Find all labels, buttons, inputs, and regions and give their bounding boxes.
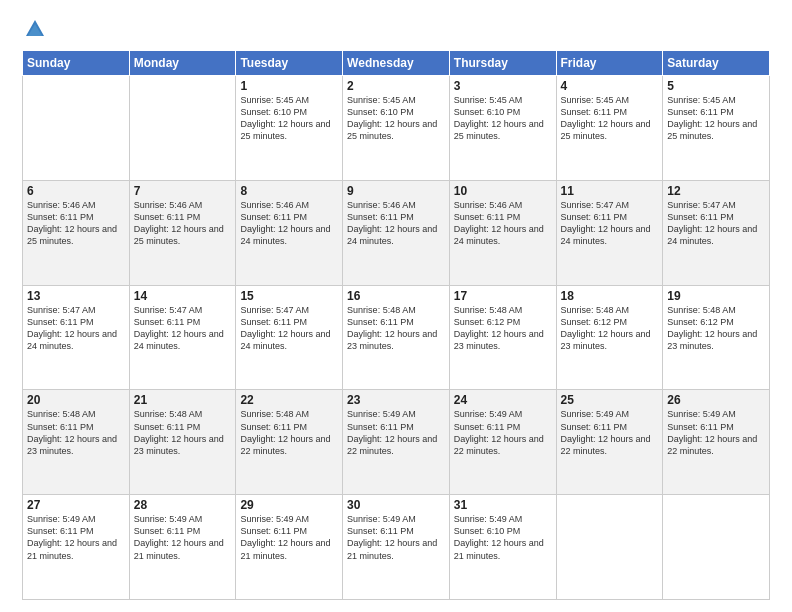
col-thursday: Thursday bbox=[449, 51, 556, 76]
day-info: Sunrise: 5:47 AM Sunset: 6:11 PM Dayligh… bbox=[561, 199, 659, 248]
calendar-week-row: 20Sunrise: 5:48 AM Sunset: 6:11 PM Dayli… bbox=[23, 390, 770, 495]
day-info: Sunrise: 5:45 AM Sunset: 6:10 PM Dayligh… bbox=[347, 94, 445, 143]
calendar-cell: 30Sunrise: 5:49 AM Sunset: 6:11 PM Dayli… bbox=[343, 495, 450, 600]
calendar-week-row: 27Sunrise: 5:49 AM Sunset: 6:11 PM Dayli… bbox=[23, 495, 770, 600]
calendar-cell: 13Sunrise: 5:47 AM Sunset: 6:11 PM Dayli… bbox=[23, 285, 130, 390]
calendar-cell: 2Sunrise: 5:45 AM Sunset: 6:10 PM Daylig… bbox=[343, 76, 450, 181]
calendar-cell: 9Sunrise: 5:46 AM Sunset: 6:11 PM Daylig… bbox=[343, 180, 450, 285]
calendar-cell: 29Sunrise: 5:49 AM Sunset: 6:11 PM Dayli… bbox=[236, 495, 343, 600]
day-info: Sunrise: 5:48 AM Sunset: 6:11 PM Dayligh… bbox=[27, 408, 125, 457]
day-number: 17 bbox=[454, 289, 552, 303]
day-number: 10 bbox=[454, 184, 552, 198]
day-number: 18 bbox=[561, 289, 659, 303]
day-info: Sunrise: 5:45 AM Sunset: 6:10 PM Dayligh… bbox=[454, 94, 552, 143]
day-number: 24 bbox=[454, 393, 552, 407]
day-number: 11 bbox=[561, 184, 659, 198]
calendar-body: 1Sunrise: 5:45 AM Sunset: 6:10 PM Daylig… bbox=[23, 76, 770, 600]
calendar-cell: 1Sunrise: 5:45 AM Sunset: 6:10 PM Daylig… bbox=[236, 76, 343, 181]
day-number: 3 bbox=[454, 79, 552, 93]
col-saturday: Saturday bbox=[663, 51, 770, 76]
day-info: Sunrise: 5:46 AM Sunset: 6:11 PM Dayligh… bbox=[347, 199, 445, 248]
calendar-cell: 27Sunrise: 5:49 AM Sunset: 6:11 PM Dayli… bbox=[23, 495, 130, 600]
day-number: 26 bbox=[667, 393, 765, 407]
calendar-cell: 12Sunrise: 5:47 AM Sunset: 6:11 PM Dayli… bbox=[663, 180, 770, 285]
logo bbox=[22, 18, 46, 40]
calendar-cell: 7Sunrise: 5:46 AM Sunset: 6:11 PM Daylig… bbox=[129, 180, 236, 285]
calendar-cell: 11Sunrise: 5:47 AM Sunset: 6:11 PM Dayli… bbox=[556, 180, 663, 285]
calendar-cell: 28Sunrise: 5:49 AM Sunset: 6:11 PM Dayli… bbox=[129, 495, 236, 600]
calendar-cell: 10Sunrise: 5:46 AM Sunset: 6:11 PM Dayli… bbox=[449, 180, 556, 285]
day-info: Sunrise: 5:48 AM Sunset: 6:12 PM Dayligh… bbox=[667, 304, 765, 353]
calendar-week-row: 1Sunrise: 5:45 AM Sunset: 6:10 PM Daylig… bbox=[23, 76, 770, 181]
day-info: Sunrise: 5:49 AM Sunset: 6:10 PM Dayligh… bbox=[454, 513, 552, 562]
calendar-cell bbox=[556, 495, 663, 600]
calendar-cell: 31Sunrise: 5:49 AM Sunset: 6:10 PM Dayli… bbox=[449, 495, 556, 600]
day-info: Sunrise: 5:45 AM Sunset: 6:11 PM Dayligh… bbox=[561, 94, 659, 143]
day-info: Sunrise: 5:47 AM Sunset: 6:11 PM Dayligh… bbox=[240, 304, 338, 353]
calendar-header-row: Sunday Monday Tuesday Wednesday Thursday… bbox=[23, 51, 770, 76]
calendar-cell: 20Sunrise: 5:48 AM Sunset: 6:11 PM Dayli… bbox=[23, 390, 130, 495]
calendar-cell: 21Sunrise: 5:48 AM Sunset: 6:11 PM Dayli… bbox=[129, 390, 236, 495]
calendar-week-row: 6Sunrise: 5:46 AM Sunset: 6:11 PM Daylig… bbox=[23, 180, 770, 285]
day-number: 27 bbox=[27, 498, 125, 512]
calendar-cell: 16Sunrise: 5:48 AM Sunset: 6:11 PM Dayli… bbox=[343, 285, 450, 390]
calendar-cell: 8Sunrise: 5:46 AM Sunset: 6:11 PM Daylig… bbox=[236, 180, 343, 285]
day-info: Sunrise: 5:49 AM Sunset: 6:11 PM Dayligh… bbox=[347, 513, 445, 562]
calendar: Sunday Monday Tuesday Wednesday Thursday… bbox=[22, 50, 770, 600]
day-number: 23 bbox=[347, 393, 445, 407]
day-number: 25 bbox=[561, 393, 659, 407]
day-info: Sunrise: 5:45 AM Sunset: 6:11 PM Dayligh… bbox=[667, 94, 765, 143]
day-number: 14 bbox=[134, 289, 232, 303]
calendar-cell: 5Sunrise: 5:45 AM Sunset: 6:11 PM Daylig… bbox=[663, 76, 770, 181]
day-number: 30 bbox=[347, 498, 445, 512]
day-info: Sunrise: 5:48 AM Sunset: 6:11 PM Dayligh… bbox=[240, 408, 338, 457]
day-number: 28 bbox=[134, 498, 232, 512]
calendar-cell bbox=[129, 76, 236, 181]
calendar-cell: 18Sunrise: 5:48 AM Sunset: 6:12 PM Dayli… bbox=[556, 285, 663, 390]
day-info: Sunrise: 5:48 AM Sunset: 6:11 PM Dayligh… bbox=[347, 304, 445, 353]
day-info: Sunrise: 5:49 AM Sunset: 6:11 PM Dayligh… bbox=[561, 408, 659, 457]
day-number: 2 bbox=[347, 79, 445, 93]
day-info: Sunrise: 5:46 AM Sunset: 6:11 PM Dayligh… bbox=[240, 199, 338, 248]
day-number: 12 bbox=[667, 184, 765, 198]
col-tuesday: Tuesday bbox=[236, 51, 343, 76]
day-number: 7 bbox=[134, 184, 232, 198]
calendar-cell: 25Sunrise: 5:49 AM Sunset: 6:11 PM Dayli… bbox=[556, 390, 663, 495]
col-friday: Friday bbox=[556, 51, 663, 76]
calendar-cell: 14Sunrise: 5:47 AM Sunset: 6:11 PM Dayli… bbox=[129, 285, 236, 390]
calendar-cell: 26Sunrise: 5:49 AM Sunset: 6:11 PM Dayli… bbox=[663, 390, 770, 495]
day-number: 15 bbox=[240, 289, 338, 303]
day-info: Sunrise: 5:47 AM Sunset: 6:11 PM Dayligh… bbox=[134, 304, 232, 353]
day-number: 8 bbox=[240, 184, 338, 198]
day-info: Sunrise: 5:46 AM Sunset: 6:11 PM Dayligh… bbox=[27, 199, 125, 248]
day-info: Sunrise: 5:49 AM Sunset: 6:11 PM Dayligh… bbox=[134, 513, 232, 562]
calendar-cell: 22Sunrise: 5:48 AM Sunset: 6:11 PM Dayli… bbox=[236, 390, 343, 495]
calendar-cell: 15Sunrise: 5:47 AM Sunset: 6:11 PM Dayli… bbox=[236, 285, 343, 390]
day-info: Sunrise: 5:48 AM Sunset: 6:11 PM Dayligh… bbox=[134, 408, 232, 457]
day-info: Sunrise: 5:49 AM Sunset: 6:11 PM Dayligh… bbox=[27, 513, 125, 562]
day-info: Sunrise: 5:49 AM Sunset: 6:11 PM Dayligh… bbox=[347, 408, 445, 457]
calendar-week-row: 13Sunrise: 5:47 AM Sunset: 6:11 PM Dayli… bbox=[23, 285, 770, 390]
day-number: 4 bbox=[561, 79, 659, 93]
calendar-cell bbox=[23, 76, 130, 181]
page: Sunday Monday Tuesday Wednesday Thursday… bbox=[0, 0, 792, 612]
day-info: Sunrise: 5:46 AM Sunset: 6:11 PM Dayligh… bbox=[454, 199, 552, 248]
day-number: 31 bbox=[454, 498, 552, 512]
day-number: 6 bbox=[27, 184, 125, 198]
day-number: 9 bbox=[347, 184, 445, 198]
day-info: Sunrise: 5:45 AM Sunset: 6:10 PM Dayligh… bbox=[240, 94, 338, 143]
day-info: Sunrise: 5:49 AM Sunset: 6:11 PM Dayligh… bbox=[667, 408, 765, 457]
day-number: 16 bbox=[347, 289, 445, 303]
day-number: 20 bbox=[27, 393, 125, 407]
day-number: 29 bbox=[240, 498, 338, 512]
calendar-cell: 24Sunrise: 5:49 AM Sunset: 6:11 PM Dayli… bbox=[449, 390, 556, 495]
day-number: 1 bbox=[240, 79, 338, 93]
header bbox=[22, 18, 770, 40]
col-monday: Monday bbox=[129, 51, 236, 76]
day-number: 5 bbox=[667, 79, 765, 93]
day-info: Sunrise: 5:49 AM Sunset: 6:11 PM Dayligh… bbox=[240, 513, 338, 562]
day-info: Sunrise: 5:48 AM Sunset: 6:12 PM Dayligh… bbox=[561, 304, 659, 353]
day-number: 22 bbox=[240, 393, 338, 407]
day-info: Sunrise: 5:46 AM Sunset: 6:11 PM Dayligh… bbox=[134, 199, 232, 248]
day-info: Sunrise: 5:49 AM Sunset: 6:11 PM Dayligh… bbox=[454, 408, 552, 457]
